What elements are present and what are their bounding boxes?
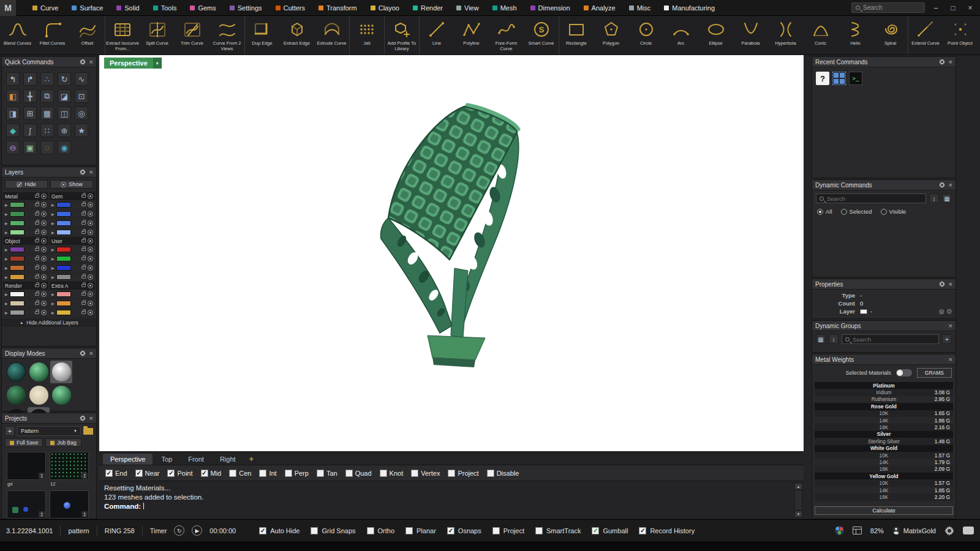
eye-icon[interactable]: [41, 220, 47, 226]
checkbox[interactable]: [285, 470, 292, 477]
gear-icon[interactable]: [80, 59, 86, 65]
expand-arrow-icon[interactable]: ▶: [51, 301, 55, 305]
menu-view[interactable]: View: [451, 0, 484, 16]
layer-row[interactable]: ▶: [3, 200, 48, 209]
layer-row[interactable]: ▶: [50, 209, 95, 219]
osnap-knot[interactable]: Knot: [380, 470, 404, 477]
osnap-vertex[interactable]: Vertex: [411, 470, 440, 477]
timer-reset-button[interactable]: ↻: [174, 525, 184, 536]
ring-size-label[interactable]: RING 258: [105, 527, 135, 534]
expand-arrow-icon[interactable]: ▶: [5, 212, 8, 216]
menu-clayoo[interactable]: Clayoo: [365, 0, 405, 16]
add-viewport-tab-button[interactable]: +: [244, 453, 259, 465]
lock-icon[interactable]: [81, 276, 86, 279]
minimize-button[interactable]: –: [930, 2, 942, 14]
lock-icon[interactable]: [81, 284, 86, 287]
viewport-tab-right[interactable]: Right: [213, 454, 243, 465]
lock-icon[interactable]: [81, 203, 86, 206]
filter-selected[interactable]: Selected: [841, 208, 872, 215]
expand-arrow-icon[interactable]: ▶: [5, 247, 8, 252]
gear-icon[interactable]: [939, 281, 945, 287]
chevron-down-icon[interactable]: ▼: [153, 58, 162, 69]
project-thumb-12[interactable]: ↥12: [50, 452, 89, 487]
quick-command-17[interactable]: ∷: [40, 124, 54, 137]
sort-icon[interactable]: ↕: [929, 193, 939, 203]
expand-arrow-icon[interactable]: ▶: [5, 257, 8, 261]
checkbox[interactable]: ✓: [592, 527, 599, 534]
gumball-icon[interactable]: [835, 526, 844, 535]
help-command-icon[interactable]: ?: [816, 72, 829, 85]
layer-row[interactable]: ▶: [3, 272, 48, 282]
layer-row[interactable]: ▶: [50, 263, 95, 272]
osnap-point[interactable]: ✓Point: [167, 470, 192, 477]
toggle-record-history[interactable]: ✓Record History: [639, 527, 695, 534]
checkbox[interactable]: [317, 470, 324, 477]
tool-rectangle[interactable]: Rectangle: [559, 16, 594, 54]
lock-icon[interactable]: [81, 239, 86, 242]
layer-color-swatch[interactable]: [56, 310, 71, 315]
menu-tools[interactable]: Tools: [148, 0, 183, 16]
quick-command-13[interactable]: ◫: [58, 107, 71, 120]
export-icon[interactable]: ↥: [39, 511, 45, 517]
quick-command-4[interactable]: ∿: [75, 72, 88, 86]
layer-color-swatch[interactable]: [56, 230, 71, 235]
lock-icon[interactable]: [35, 284, 39, 287]
scroll-track[interactable]: [794, 490, 802, 511]
quick-command-1[interactable]: ↱: [23, 72, 37, 86]
menu-dimension[interactable]: Dimension: [525, 0, 576, 16]
scroll-down-button[interactable]: ▼: [794, 511, 802, 517]
tool-hyperbola[interactable]: Hyperbola: [768, 16, 803, 54]
eye-icon[interactable]: [88, 310, 93, 315]
radio-button[interactable]: [817, 209, 823, 215]
lock-icon[interactable]: [35, 231, 39, 234]
expand-arrow-icon[interactable]: ▶: [5, 292, 8, 296]
close-icon[interactable]: ×: [949, 323, 952, 329]
expand-arrow-icon[interactable]: ▶: [51, 292, 55, 296]
checkbox[interactable]: [448, 470, 455, 477]
lock-icon[interactable]: [81, 311, 86, 314]
checkbox[interactable]: ✓: [639, 527, 646, 534]
tool-line[interactable]: Line: [419, 16, 454, 54]
eye-icon[interactable]: [41, 301, 47, 306]
gear-icon[interactable]: [939, 182, 945, 188]
lock-icon[interactable]: [35, 293, 39, 296]
lock-icon[interactable]: [35, 195, 39, 198]
grid-view-icon[interactable]: ▦: [816, 334, 826, 344]
quick-command-20[interactable]: ⊖: [6, 141, 20, 154]
layer-color-swatch[interactable]: [860, 309, 867, 314]
project-thumb-gd[interactable]: ↥gd: [7, 452, 46, 487]
toggle-smarttrack[interactable]: SmartTrack: [535, 527, 581, 534]
gear-icon[interactable]: [80, 415, 86, 421]
layer-row[interactable]: ▶: [50, 308, 95, 317]
layer-color-swatch[interactable]: [56, 301, 71, 306]
quick-command-14[interactable]: ◎: [75, 107, 88, 120]
app-logo[interactable]: M: [0, 0, 16, 16]
tool-fillet-curves[interactable]: Fillet Curves: [35, 16, 70, 54]
quick-command-2[interactable]: ∴: [40, 72, 54, 86]
hide-additional-layers[interactable]: ▲ Hide Additional Layers: [2, 318, 96, 327]
layer-row[interactable]: ▶: [3, 228, 48, 237]
export-icon[interactable]: ↥: [81, 511, 88, 517]
chat-icon[interactable]: [963, 527, 974, 534]
viewport-tab-perspective[interactable]: Perspective: [103, 454, 153, 465]
tool-extract-isocurve-from[interactable]: Extract Isocurve From...: [105, 16, 140, 54]
osnap-perp[interactable]: Perp: [285, 470, 309, 477]
layer-row[interactable]: ▶: [3, 308, 48, 317]
checkbox[interactable]: [259, 470, 266, 477]
gear-icon[interactable]: [80, 350, 86, 356]
expand-arrow-icon[interactable]: ▶: [5, 203, 8, 207]
menu-curve[interactable]: Curve: [27, 0, 64, 16]
folder-icon[interactable]: [83, 428, 93, 435]
display-mode-2[interactable]: [50, 361, 72, 383]
osnap-quad[interactable]: Quad: [345, 470, 372, 477]
menubar-search-input[interactable]: Search: [851, 2, 925, 13]
tool-curve-from-2-views[interactable]: Curve From 2 Views: [209, 16, 244, 54]
quick-command-21[interactable]: ▣: [23, 141, 37, 154]
layer-row[interactable]: ▶: [50, 254, 95, 263]
checkbox[interactable]: ✓: [201, 470, 208, 477]
quick-command-22[interactable]: ◌: [40, 141, 54, 154]
checkbox[interactable]: ✓: [447, 527, 454, 534]
menu-gems[interactable]: Gems: [184, 0, 221, 16]
search-input[interactable]: [827, 195, 922, 202]
eye-icon[interactable]: [88, 301, 93, 306]
